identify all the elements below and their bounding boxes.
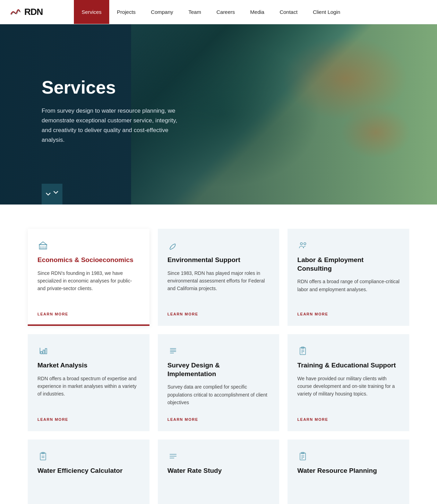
- card-title-water-resource: Water Resource Planning: [297, 467, 400, 475]
- list-icon: [168, 345, 179, 356]
- card-title-water-rate: Water Rate Study: [168, 467, 270, 475]
- chart-icon: [37, 345, 49, 356]
- svg-point-6: [304, 243, 306, 245]
- card-desc-market: RDN offers a broad spectrum of expertise…: [37, 375, 140, 410]
- nav-services[interactable]: Services: [74, 0, 109, 24]
- svg-marker-1: [40, 242, 47, 245]
- svg-rect-27: [300, 453, 306, 460]
- service-card-water-rate: Water Rate Study: [158, 440, 280, 504]
- nav-contact[interactable]: Contact: [272, 0, 305, 24]
- nav-company[interactable]: Company: [143, 0, 181, 24]
- card-desc-labor: RDN offers a broad range of compliance-c…: [297, 278, 400, 305]
- service-card-environmental: Environmental Support Since 1983, RDN ha…: [158, 229, 280, 326]
- services-grid: Economics & Socioeconomics Since RDN's f…: [28, 229, 409, 504]
- service-card-labor: Labor & Employment Consulting RDN offers…: [288, 229, 409, 326]
- service-card-water-efficiency: Water Efficiency Calculator: [28, 440, 149, 504]
- card-title-economics: Economics & Socioeconomics: [37, 256, 140, 264]
- bank-icon: [37, 240, 49, 251]
- clipboard-icon: [297, 345, 308, 356]
- card-link-economics[interactable]: LEARN MORE: [37, 312, 140, 316]
- hero-section: Services From survey design to water res…: [0, 24, 437, 205]
- lines-icon: [168, 451, 179, 462]
- service-card-water-resource: Water Resource Planning: [288, 440, 409, 504]
- main-nav: RDN Services Projects Company Team Caree…: [0, 0, 437, 24]
- card-desc-economics: Since RDN's founding in 1983, we have sp…: [37, 269, 140, 305]
- card-link-training[interactable]: LEARN MORE: [297, 417, 400, 422]
- nav-media[interactable]: Media: [242, 0, 272, 24]
- doc-icon: [37, 451, 49, 462]
- hero-title: Services: [42, 77, 198, 98]
- card-desc-environmental: Since 1983, RDN has played major roles i…: [168, 269, 270, 305]
- hero-description: From survey design to water resource pla…: [42, 106, 187, 145]
- svg-rect-10: [45, 349, 47, 354]
- chevron-down-icon: [44, 190, 52, 198]
- logo[interactable]: RDN: [0, 7, 53, 17]
- scroll-down-button[interactable]: [42, 184, 62, 205]
- card-desc-survey: Survey data are complied for specific po…: [168, 383, 270, 410]
- svg-rect-15: [300, 348, 306, 355]
- nav-careers[interactable]: Careers: [209, 0, 242, 24]
- svg-rect-8: [41, 351, 42, 354]
- nav-links: Services Projects Company Team Careers M…: [74, 0, 348, 24]
- card-title-survey: Survey Design & Implementation: [168, 361, 270, 378]
- card-link-survey[interactable]: LEARN MORE: [168, 417, 270, 422]
- service-card-training: Training & Educational Support We have p…: [288, 334, 409, 431]
- card-title-market: Market Analysis: [37, 361, 140, 370]
- nav-client-login[interactable]: Client Login: [305, 0, 348, 24]
- nav-projects[interactable]: Projects: [109, 0, 143, 24]
- card-desc-training: We have provided our military clients wi…: [297, 375, 400, 410]
- svg-point-5: [300, 243, 302, 245]
- service-card-economics: Economics & Socioeconomics Since RDN's f…: [28, 229, 149, 326]
- people-icon: [297, 240, 308, 251]
- service-card-market: Market Analysis RDN offers a broad spect…: [28, 334, 149, 431]
- card-link-market[interactable]: LEARN MORE: [37, 417, 140, 422]
- card-title-environmental: Environmental Support: [168, 256, 270, 264]
- nav-team[interactable]: Team: [181, 0, 209, 24]
- logo-text: RDN: [24, 7, 43, 17]
- clipboard2-icon: [297, 451, 308, 462]
- leaf-icon: [168, 240, 179, 251]
- card-title-training: Training & Educational Support: [297, 361, 400, 370]
- service-card-survey: Survey Design & Implementation Survey da…: [158, 334, 280, 431]
- services-section: Economics & Socioeconomics Since RDN's f…: [0, 205, 437, 504]
- svg-rect-9: [43, 350, 44, 354]
- card-title-labor: Labor & Employment Consulting: [297, 256, 400, 273]
- card-link-environmental[interactable]: LEARN MORE: [168, 312, 270, 316]
- svg-rect-20: [40, 453, 46, 460]
- chevron-down-icon-2: [52, 189, 60, 196]
- card-title-water-efficiency: Water Efficiency Calculator: [37, 467, 140, 475]
- card-link-labor[interactable]: LEARN MORE: [297, 312, 400, 316]
- hero-content: Services From survey design to water res…: [0, 24, 218, 205]
